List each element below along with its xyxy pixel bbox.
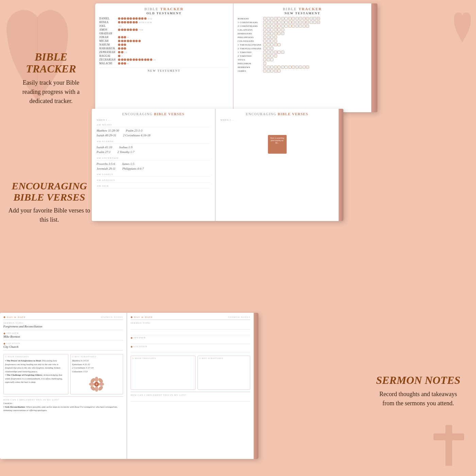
tracker-row: DANIEL11 12 (99, 17, 229, 20)
nt-row: 2 CORINTHIANS12345678910111213 (238, 24, 367, 28)
day-date-label: DAY & DATE (7, 316, 26, 319)
sermon-spread: ◆ DAY & DATE SERMON NOTES SERMON TOPIC F… (0, 313, 258, 459)
verse-category: AM UNCERTAINProverbs 3:5-6James 1:5Jerem… (97, 157, 210, 171)
location-label: LOCATION (6, 342, 20, 344)
location-label-right: LOCATION (134, 345, 148, 347)
encouraging-heading: ENCOURAGING BIBLE VERSES (7, 180, 92, 203)
svg-point-4 (99, 382, 104, 386)
svg-rect-12 (445, 425, 452, 466)
sermon-topic-label: SERMON TOPIC (3, 322, 123, 324)
verses-spread: ENCOURAGING BIBLE VERSES WHEN I ... AM W… (92, 109, 343, 221)
nt-row: EPHESIANS123456 (238, 32, 367, 35)
nt-rows: ROMANS123456789101112131415161 CORINTHIA… (238, 17, 367, 72)
thoughts-text: • The Power of Forgiveness to Heal: Disc… (5, 359, 67, 384)
key-scriptures-label: □ KEY SCRIPTURES (72, 356, 121, 358)
sermon-header-right: ◆ DAY & DATE SERMON NOTES (131, 316, 250, 320)
sermon-speaker-location: ◆ SPEAKER Mike Brenton ◆ LOCATION City C… (3, 332, 123, 352)
nt-row: GALATIANS123456 (238, 28, 367, 31)
svg-rect-13 (434, 434, 464, 440)
tracker-row: MALACHI4 (99, 62, 229, 65)
verses-book-spine (339, 109, 343, 221)
tracker-page-title-right: BIBLE TRACKER (238, 7, 367, 11)
when-i-label-right: WHEN I ... (220, 119, 334, 121)
sermon-right-page: ◆ DAY & DATE SERMON NOTES SERMON TOPIC ◆… (126, 313, 254, 459)
tracker-row: HOSEA8 9 10 11 12 14 (99, 21, 229, 24)
verses-categories: AM WEARYMatthew 11:28-30Psalm 23:1-3Isai… (97, 123, 210, 188)
svg-point-1 (95, 377, 98, 382)
tracker-row: HAGGAI2 (99, 54, 229, 57)
bible-tracker-heading: BIBLE TRACKER (14, 51, 88, 75)
verses-left-page: ENCOURAGING BIBLE VERSES WHEN I ... AM W… (92, 109, 215, 221)
main-thoughts-label: □ MAIN THOUGHTS (5, 356, 67, 358)
nt-divider-left: NEW TESTAMENT (99, 68, 229, 72)
implement-label: HOW CAN I IMPLEMENT THIS IN MY LIFE? (3, 398, 123, 401)
verses-right-page: ENCOURAGING BIBLE VERSES WHEN I ... Ther… (215, 109, 339, 221)
location-blank (131, 348, 250, 353)
tracker-nt-page: BIBLE TRACKER NEW TESTAMENT ROMANS123456… (234, 3, 371, 112)
verse-category: AM LONELY (97, 173, 210, 177)
sermon-heading: SERMON NOTES (374, 374, 462, 386)
tracker-row: ZEPHANIAH2 3 (99, 51, 229, 54)
nt-row: JAMES12345 (238, 69, 367, 72)
speaker-col-right: ◆ SPEAKER ◆ LOCATION (131, 336, 250, 354)
svg-point-2 (95, 386, 98, 392)
speaker-col: ◆ SPEAKER Mike Brenton ◆ LOCATION City C… (3, 332, 123, 352)
implement-section-left: HOW CAN I IMPLEMENT THIS IN MY LIFE? I n… (3, 396, 123, 412)
implement-blank (131, 397, 250, 402)
svg-point-11 (96, 384, 97, 385)
sermon-notes-header-label: SERMON NOTES (101, 316, 123, 319)
bible-tracker-spread: BIBLE TRACKER OLD TESTAMENT DANIEL11 12H… (95, 3, 377, 112)
sermon-desc: Record thoughts and takeaways from the s… (374, 390, 462, 408)
nt-row: COLOSSIANS1234 (238, 39, 367, 42)
tracker-row: NAHUM (99, 43, 229, 46)
nt-row: 2 THESSALONIANS123 (238, 47, 367, 50)
location-value: City Church (3, 345, 123, 351)
nt-row: PHILEMON1 (238, 62, 367, 65)
sermon-notes-header-right: SERMON NOTES (228, 316, 250, 319)
verse-category: AM WEARYMatthew 11:28-30Psalm 23:1-3Isai… (97, 123, 210, 138)
verse-category: AM SCAREDIsaiah 41:10Joshua 1:9Psalm 27:… (97, 140, 210, 155)
cross-decoration (428, 422, 469, 469)
tracker-row: AMOS7 8 9 (99, 28, 229, 31)
main-thoughts-label-right: □ MAIN THOUGHTS (132, 357, 194, 359)
sermon-topic-value: Forgiveness and Reconciliation (3, 325, 123, 330)
nt-row: HEBREWS12345678910111213 (238, 66, 367, 69)
ot-rows: DANIEL11 12HOSEA8 9 10 11 12 14JOEL2 3AM… (99, 17, 229, 65)
day-date-label-right: DAY & DATE (134, 316, 153, 319)
sermon-topic-label-right: SERMON TOPIC (131, 322, 250, 324)
verses-page-title: ENCOURAGING BIBLE VERSES (97, 112, 210, 116)
main-thoughts-col: □ MAIN THOUGHTS • The Power of Forgivene… (3, 354, 68, 394)
key-scriptures-col-right: □ KEY SCRIPTURES (198, 356, 250, 390)
when-i-label: WHEN I ... (97, 119, 210, 121)
main-thoughts-col-right: □ MAIN THOUGHTS (131, 356, 196, 390)
speaker-blank (131, 339, 250, 344)
nt-row: PHILIPPIANS1234 (238, 36, 367, 39)
main-thoughts-section-right: □ MAIN THOUGHTS □ KEY SCRIPTURES (131, 356, 250, 390)
tracker-row: OBADIAH (99, 32, 229, 35)
nt-row: ROMANS12345678910111213141516 (238, 17, 367, 20)
verses-page-title-right: ENCOURAGING BIBLE VERSES (220, 112, 334, 116)
key-scriptures-col: □ KEY SCRIPTURES Matthew 6:14-15Ephesian… (70, 354, 123, 394)
key-scriptures-text: Matthew 6:14-15Ephesians 4:31-322 Corint… (72, 359, 121, 373)
speaker-label: SPEAKER (6, 332, 19, 334)
tracker-row: JONAH4 (99, 36, 229, 39)
topic-field-blank2 (131, 330, 250, 335)
speaker-location-right: ◆ SPEAKER ◆ LOCATION (131, 336, 250, 354)
leaf-decoration-right (452, 10, 473, 44)
sermon-book-spine (254, 313, 258, 459)
nt-subtitle: NEW TESTAMENT (238, 12, 367, 15)
book-spine (371, 3, 377, 112)
svg-point-3 (89, 382, 95, 386)
nt-row: 1 TIMOTHY123456 (238, 51, 367, 54)
tracker-row: MICAH (99, 39, 229, 42)
implement-value: I need to: • Seek Reconciliation: Where … (3, 402, 123, 412)
implement-label-right: HOW CAN I IMPLEMENT THIS IN MY LIFE? (131, 394, 250, 396)
sermon-label: SERMON NOTES Record thoughts and takeawa… (374, 374, 462, 408)
main-thoughts-section: □ MAIN THOUGHTS • The Power of Forgivene… (3, 354, 123, 394)
nt-row: 2 TIMOTHY1234 (238, 54, 367, 57)
sermon-header-left: ◆ DAY & DATE SERMON NOTES (3, 316, 123, 320)
verse-category: AM SICK (97, 185, 210, 188)
tracker-row: JOEL2 3 (99, 24, 229, 28)
ot-subtitle: OLD TESTAMENT (99, 12, 229, 15)
speaker-value: Mike Brenton (3, 335, 123, 340)
